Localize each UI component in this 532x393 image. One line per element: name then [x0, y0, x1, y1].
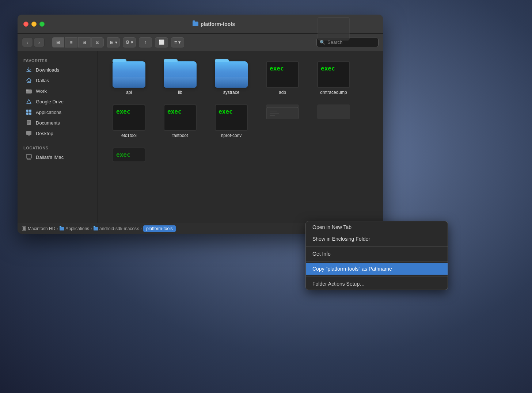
sidebar-item-label-documents: Documents [36, 120, 60, 126]
locations-label: Locations [18, 143, 98, 152]
exec-etc1tool-icon: exec [113, 104, 145, 131]
view-gallery-button[interactable]: ⊡ [91, 37, 104, 47]
context-menu-item-get-info[interactable]: Get Info [306, 248, 448, 260]
file-grid: api lib systrace exec adb [98, 51, 383, 223]
forward-button[interactable]: › [34, 38, 45, 47]
file-item-partial2[interactable] [310, 102, 357, 141]
file-name-adb: adb [279, 90, 286, 95]
window-title: platform-tools [201, 21, 235, 27]
file-item-systrace[interactable]: systrace [208, 58, 255, 98]
sidebar: Favorites Downloads Dallas [18, 51, 98, 223]
back-button[interactable]: ‹ [22, 38, 33, 47]
sidebar-item-applications[interactable]: Applications [20, 107, 95, 117]
view-list-button[interactable]: ≡ [65, 37, 77, 47]
file-item-fastboot[interactable]: exec fastboot [156, 102, 204, 141]
exec-fastboot-label: exec [167, 108, 182, 115]
exec-dmtracedump-icon: exec [317, 61, 350, 88]
exec-hprof-conv-icon: exec [215, 104, 248, 131]
svg-rect-3 [26, 110, 28, 112]
view-columns-button[interactable]: ⊟ [78, 37, 91, 47]
file-item-adb[interactable]: exec adb [259, 58, 306, 98]
sidebar-item-google-drive[interactable]: Google Drive [20, 96, 95, 107]
file-name-hprof-conv: hprof-conv [221, 133, 242, 138]
svg-rect-11 [26, 131, 31, 135]
sidebar-item-dallas[interactable]: Dallas [20, 75, 95, 85]
share-button[interactable]: ↑ [139, 37, 152, 47]
download-icon [26, 66, 32, 73]
file-name-systrace: systrace [223, 90, 240, 95]
breadcrumb-applications[interactable]: Applications [60, 226, 89, 231]
sidebar-item-label-dallas: Dallas [36, 78, 49, 83]
file-name-fastboot: fastboot [172, 133, 188, 138]
breadcrumb-platform-tools[interactable]: platform-tools [143, 225, 176, 232]
context-menu-item-show-enclosing[interactable]: Show in Enclosing Folder [306, 233, 448, 245]
sidebar-item-label-dallas-imac: Dallas's iMac [36, 154, 64, 160]
sidebar-item-documents[interactable]: Documents [20, 118, 95, 128]
context-menu-item-open-new-tab[interactable]: Open in New Tab [306, 221, 448, 233]
breadcrumb-sep-1: › [57, 226, 58, 231]
file-item-etc1tool[interactable]: exec etc1tool [105, 102, 153, 141]
file-item-dmtracedump[interactable]: exec dmtracedump [310, 58, 357, 98]
imac-icon [26, 154, 32, 160]
title-folder-icon [193, 22, 198, 26]
minimize-button[interactable] [31, 22, 37, 27]
file-name-api: api [126, 90, 132, 95]
exec-partial3-icon: exec [113, 148, 145, 162]
svg-rect-13 [26, 154, 31, 158]
view-icon-button[interactable]: ⊞ [52, 37, 64, 47]
file-name-lib: lib [178, 90, 182, 95]
breadcrumb-applications-icon [60, 227, 64, 230]
svg-rect-4 [29, 110, 31, 112]
exec-fastboot-icon: exec [164, 104, 197, 131]
folder-api-icon [113, 61, 145, 88]
sidebar-item-work[interactable]: Work [20, 86, 95, 96]
sidebar-item-label-google-drive: Google Drive [36, 99, 64, 104]
folder-systrace-icon [215, 61, 248, 88]
context-menu-divider-3 [306, 276, 448, 276]
context-menu-item-copy-pathname[interactable]: Copy "platform-tools" as Pathname [306, 263, 448, 275]
exec-etc1tool-label: exec [116, 108, 130, 115]
file-name-dmtracedump: dmtracedump [320, 90, 347, 95]
action-button[interactable]: ⚙ ▾ [123, 37, 136, 47]
tag-button[interactable]: ⬜ [155, 37, 168, 47]
traffic-lights [23, 22, 45, 27]
applications-icon [26, 109, 32, 115]
view-options-button[interactable]: ≡ ▾ [171, 37, 184, 47]
svg-rect-6 [29, 112, 31, 115]
desktop-icon [26, 130, 32, 137]
file-item-lib[interactable]: lib [156, 58, 204, 98]
svg-rect-1 [26, 89, 28, 91]
breadcrumb-macintosh-hd[interactable]: Macintosh HD [22, 226, 55, 231]
breadcrumb-label-hd: Macintosh HD [28, 226, 55, 231]
sidebar-item-downloads[interactable]: Downloads [20, 65, 95, 75]
breadcrumb-label-platform-tools: platform-tools [143, 225, 176, 232]
close-button[interactable] [23, 22, 28, 27]
context-menu: Open in New Tab Show in Enclosing Folder… [305, 221, 448, 290]
context-menu-item-folder-actions[interactable]: Folder Actions Setup… [306, 278, 448, 290]
file-item-hprof-conv[interactable]: exec hprof-conv [208, 102, 255, 141]
maximize-button[interactable] [39, 22, 45, 27]
exec-adb-icon: exec [266, 61, 299, 88]
svg-rect-22 [23, 227, 26, 230]
breadcrumb-android-sdk-icon [94, 227, 98, 230]
file-item-api[interactable]: api [105, 58, 153, 98]
finder-window: platform-tools ‹ › ⊞ ≡ ⊟ ⊡ ⊞ ▾ ⚙ ▾ ↑ ⬜ ≡… [18, 15, 383, 234]
drive-icon [26, 98, 32, 105]
breadcrumb-android-sdk[interactable]: android-sdk-macosx [94, 226, 139, 231]
context-menu-divider-1 [306, 246, 448, 247]
breadcrumb-sep-2: › [91, 226, 92, 231]
svg-rect-12 [28, 135, 30, 136]
sidebar-item-dallas-imac[interactable]: Dallas's iMac [20, 152, 95, 162]
exec-dmtracedump-label: exec [321, 65, 335, 72]
exec-adb-label: exec [270, 65, 284, 72]
svg-rect-5 [26, 112, 28, 115]
home-icon [26, 77, 32, 84]
file-item-partial3[interactable]: exec [105, 145, 153, 165]
sidebar-item-label-applications: Applications [36, 110, 61, 115]
view-arrange-button[interactable]: ⊞ ▾ [107, 37, 120, 47]
sidebar-item-label-work: Work [36, 88, 47, 94]
breadcrumb-sep-3: › [140, 226, 142, 231]
breadcrumb-label-android-sdk: android-sdk-macosx [99, 226, 139, 231]
sidebar-item-desktop[interactable]: Desktop [20, 128, 95, 138]
file-item-partial1[interactable] [259, 102, 306, 141]
